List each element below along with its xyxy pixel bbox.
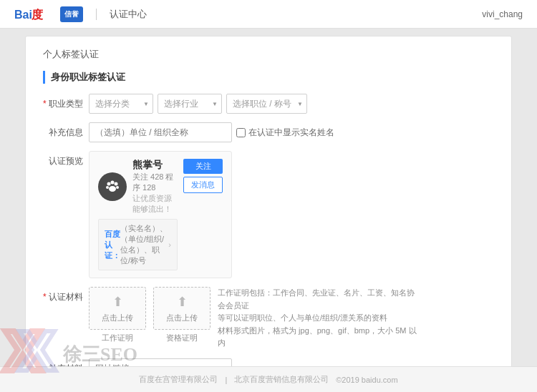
occupation-type-label: 职业类型 bbox=[43, 94, 83, 110]
profile-stats: 关注 428 程序 128 bbox=[132, 172, 178, 193]
svg-point-5 bbox=[109, 186, 116, 192]
select-position[interactable]: 选择职位 / 称号 bbox=[226, 94, 307, 114]
cert-material-content: ⬆ 点击上传 工作证明 ⬆ 点击上传 资格证明 bbox=[89, 287, 494, 350]
footer-sep2: ©2019 baidu.com bbox=[336, 376, 397, 384]
upload-text-1: 点击上传 bbox=[102, 313, 133, 323]
supplement-info-label: 补充信息 bbox=[43, 122, 83, 139]
content-card: 个人标签认证 身份职业标签认证 职业类型 选择分类 选择行业 bbox=[25, 36, 512, 366]
upload-icon-1: ⬆ bbox=[112, 294, 123, 310]
select-category[interactable]: 选择分类 bbox=[89, 94, 153, 114]
upload-icon-2: ⬆ bbox=[177, 294, 188, 310]
header-divider bbox=[96, 9, 97, 20]
svg-text:Bai: Bai bbox=[14, 9, 32, 21]
svg-text:度: 度 bbox=[31, 8, 44, 21]
profile-row-inner: 熊掌号 关注 428 程序 128 让优质资源能够流出！ 百度认证： （实名名）… bbox=[89, 151, 232, 278]
cert-wrap: ⬆ 点击上传 工作证明 ⬆ 点击上传 资格证明 bbox=[89, 287, 418, 350]
profile-info: 熊掌号 关注 428 程序 128 让优质资源能够流出！ bbox=[132, 159, 178, 215]
baidu-logo: Bai 度 信誉 bbox=[14, 6, 83, 23]
supplement-material-content: 补充材料包括：如百度百科词条、本人人选秀的作品/节目链接、本人人员片段的图解凝固… bbox=[89, 358, 494, 366]
svg-point-3 bbox=[111, 181, 115, 185]
cert-preview-label: 认证预览 bbox=[43, 151, 83, 167]
baidu-logo-svg: Bai 度 bbox=[14, 6, 57, 23]
profile-card: 熊掌号 关注 428 程序 128 让优质资源能够流出！ 百度认证： （实名名）… bbox=[89, 151, 232, 278]
svg-point-7 bbox=[116, 186, 119, 189]
cert-material-row: 认证材料 ⬆ 点击上传 工作证明 bbox=[43, 287, 494, 350]
message-button[interactable]: 发消息 bbox=[183, 177, 223, 193]
supplement-material-label: 补充材料 bbox=[43, 358, 83, 366]
cert-desc-line3: 材料形式图片，格式为 jpg、png、gif、bmp，大小 5M 以内 bbox=[218, 325, 418, 350]
show-realname-label: 在认证中显示实名姓名 bbox=[248, 127, 334, 139]
profile-header: 熊掌号 关注 428 程序 128 让优质资源能够流出！ bbox=[98, 159, 178, 215]
svg-point-2 bbox=[107, 182, 111, 186]
upload-box-2[interactable]: ⬆ 点击上传 bbox=[153, 287, 211, 330]
upload-items: ⬆ 点击上传 工作证明 ⬆ 点击上传 资格证明 bbox=[89, 287, 211, 343]
profile-buttons: 关注 发消息 bbox=[183, 159, 223, 193]
show-realname-checkbox[interactable] bbox=[236, 128, 246, 137]
footer-company: 百度在宫管理有限公司 bbox=[139, 374, 218, 385]
header: Bai 度 信誉 认证中心 vivi_chang bbox=[0, 0, 537, 29]
select-position-wrap[interactable]: 选择职位 / 称号 bbox=[226, 94, 307, 114]
supplement-info-content: 在认证中显示实名姓名 bbox=[89, 122, 494, 142]
supplement-info-input[interactable] bbox=[89, 122, 232, 142]
supplement-info-row: 补充信息 在认证中显示实名姓名 bbox=[43, 122, 494, 142]
baidu-cert-prefix: 百度认证： bbox=[105, 229, 120, 261]
cert-preview-row: 认证预览 bbox=[43, 151, 494, 278]
baidu-cert-detail: （实名名）、（单位/组织/位名）、职位/称号 bbox=[120, 223, 168, 266]
svg-point-6 bbox=[106, 186, 109, 189]
header-title: 认证中心 bbox=[110, 8, 147, 21]
upload-box-1[interactable]: ⬆ 点击上传 bbox=[89, 287, 146, 330]
profile-name: 熊掌号 bbox=[132, 159, 178, 172]
cert-desc-line1: 工作证明包括：工作合同、先业证、名片、工资、知名协会会员证 bbox=[218, 287, 418, 312]
upload-item-2: ⬆ 点击上传 资格证明 bbox=[153, 287, 211, 343]
header-user[interactable]: vivi_chang bbox=[482, 9, 523, 19]
upload-label-1: 工作证明 bbox=[102, 333, 133, 343]
header-left: Bai 度 信誉 认证中心 bbox=[14, 6, 147, 23]
page-breadcrumb: 个人标签认证 bbox=[43, 48, 494, 61]
cert-desc: 工作证明包括：工作合同、先业证、名片、工资、知名协会会员证 等可以证明职位、个人… bbox=[218, 287, 418, 350]
xinyu-badge: 信誉 bbox=[60, 6, 83, 22]
upload-text-2: 点击上传 bbox=[166, 313, 198, 323]
follow-button[interactable]: 关注 bbox=[183, 159, 223, 174]
occupation-type-content: 选择分类 选择行业 选择职位 / 称号 bbox=[89, 94, 494, 114]
svg-point-4 bbox=[115, 182, 118, 186]
supplement-material-row: 补充材料 补充材料包括：如百度百科词条、本人人选秀的作品/节目链接、本人人员片段… bbox=[43, 358, 494, 366]
section-title: 身份职业标签认证 bbox=[43, 71, 494, 84]
upload-item-1: ⬆ 点击上传 工作证明 bbox=[89, 287, 146, 343]
profile-card-area: 熊掌号 关注 428 程序 128 让优质资源能够流出！ 百度认证： （实名名）… bbox=[89, 151, 232, 278]
upload-label-2: 资格证明 bbox=[166, 333, 198, 343]
footer-beijing: 北京百度营销信息有限公司 bbox=[234, 374, 329, 385]
footer: 百度在宫管理有限公司 | 北京百度营销信息有限公司 ©2019 baidu.co… bbox=[0, 366, 537, 392]
cert-preview-content: 熊掌号 关注 428 程序 128 让优质资源能够流出！ 百度认证： （实名名）… bbox=[89, 151, 494, 278]
profile-avatar bbox=[98, 172, 127, 201]
select-industry-wrap[interactable]: 选择行业 bbox=[158, 94, 222, 114]
footer-sep1: | bbox=[225, 376, 227, 384]
main-area: 个人标签认证 身份职业标签认证 职业类型 选择分类 选择行业 bbox=[0, 29, 537, 366]
supplement-material-input[interactable] bbox=[89, 358, 232, 366]
baidu-cert-chevron: › bbox=[168, 240, 171, 249]
occupation-type-row: 职业类型 选择分类 选择行业 选择职位 / 称号 bbox=[43, 94, 494, 114]
select-industry[interactable]: 选择行业 bbox=[158, 94, 222, 114]
profile-baidu-row[interactable]: 百度认证： （实名名）、（单位/组织/位名）、职位/称号 › bbox=[98, 219, 178, 270]
cert-material-label: 认证材料 bbox=[43, 287, 83, 303]
select-category-wrap[interactable]: 选择分类 bbox=[89, 94, 153, 114]
profile-desc: 让优质资源能够流出！ bbox=[132, 193, 178, 215]
cert-desc-line2: 等可以证明职位、个人与单位/组织/漂关系的资料 bbox=[218, 312, 418, 325]
show-realname-wrap[interactable]: 在认证中显示实名姓名 bbox=[236, 127, 334, 139]
